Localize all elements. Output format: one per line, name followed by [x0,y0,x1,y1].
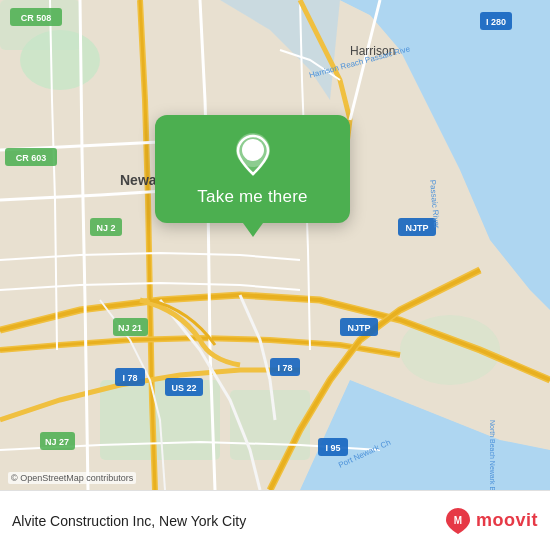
take-me-there-button[interactable]: Take me there [197,187,307,207]
map-tooltip: Take me there [155,115,350,223]
map-container: CR 508 CR 603 NJ 2 NJ 21 I 78 I 78 US 22… [0,0,550,490]
svg-text:I 280: I 280 [486,17,506,27]
svg-text:I 78: I 78 [277,363,292,373]
svg-rect-4 [230,390,310,460]
moovit-text: moovit [476,510,538,531]
svg-text:North Beach Newark Bay: North Beach Newark Bay [488,420,496,490]
osm-credit: © OpenStreetMap contributors [8,472,136,484]
svg-text:US 22: US 22 [171,383,196,393]
svg-text:CR 603: CR 603 [16,153,47,163]
moovit-logo: M moovit [444,507,538,535]
svg-text:I 78: I 78 [122,373,137,383]
svg-text:NJ 27: NJ 27 [45,437,69,447]
svg-text:NJ 2: NJ 2 [96,223,115,233]
moovit-pin-icon: M [444,507,472,535]
svg-text:CR 508: CR 508 [21,13,52,23]
svg-text:NJTP: NJTP [347,323,370,333]
svg-text:Newa: Newa [120,172,157,188]
footer-title: Alvite Construction Inc, New York City [12,513,246,529]
svg-point-38 [248,145,258,155]
footer: Alvite Construction Inc, New York City M… [0,490,550,550]
svg-text:NJ 21: NJ 21 [118,323,142,333]
location-pin-icon [231,133,275,177]
svg-text:NJTP: NJTP [405,223,428,233]
svg-text:I 95: I 95 [325,443,340,453]
svg-text:M: M [454,515,462,526]
